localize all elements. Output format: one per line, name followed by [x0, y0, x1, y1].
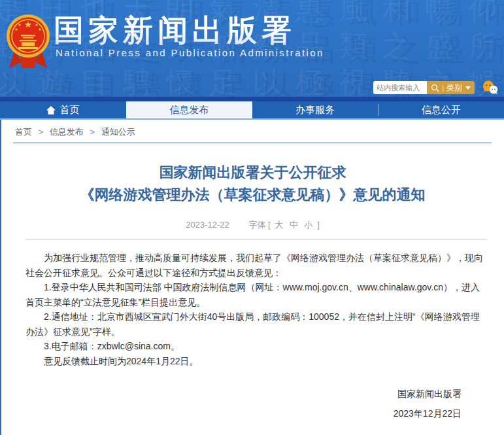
signature-date: 2023年12月22日	[1, 404, 462, 423]
home-icon	[46, 106, 56, 114]
svg-text:★: ★	[35, 23, 38, 27]
national-emblem-logo: ★ ★ ★ ★ ★	[5, 12, 51, 72]
paragraph: 2.通信地址：北京市西城区宣武门外大街40号出版局，邮政编码：100052，并在…	[25, 309, 487, 339]
site-search: | 类别	[373, 81, 475, 94]
nav-item-home[interactable]: 首页	[0, 101, 126, 118]
font-size-large-button[interactable]: 大	[275, 220, 283, 230]
chevron-down-icon[interactable]	[465, 86, 471, 90]
publish-date: 2023-12-22	[186, 220, 229, 230]
breadcrumb: 首页 > 信息发布 > 通知公示	[1, 120, 504, 143]
breadcrumb-info-release[interactable]: 信息发布	[50, 127, 84, 137]
breadcrumb-separator: >	[90, 127, 95, 137]
search-divider: |	[442, 84, 444, 92]
category-dropdown[interactable]: 类别	[446, 82, 462, 94]
site-title: 国家新闻出版署	[54, 10, 296, 51]
breadcrumb-notices[interactable]: 通知公示	[101, 127, 135, 137]
breadcrumb-home[interactable]: 首页	[15, 127, 32, 137]
nav-item-label: 办事服务	[295, 104, 335, 116]
paragraph: 3.电子邮箱：zxbwlc@sina.com。	[25, 339, 487, 354]
breadcrumb-separator: >	[39, 127, 44, 137]
paragraph: 1.登录中华人民共和国司法部 中国政府法制信息网（网址：www.moj.gov.…	[25, 280, 487, 309]
font-size-small-button[interactable]: 小	[305, 220, 313, 230]
content-area: 首页 > 信息发布 > 通知公示 国家新闻出版署关于公开征求 《网络游戏管理办法…	[0, 120, 504, 435]
header-divider-strip	[0, 97, 504, 101]
nav-item-info-disclosure[interactable]: 信息公开	[378, 101, 504, 118]
nav-item-info-release[interactable]: 信息发布	[126, 101, 252, 118]
signature-block: 国家新闻出版署 2023年12月22日	[1, 384, 504, 423]
nav-item-label: 信息公开	[422, 104, 461, 116]
article-title-line1: 国家新闻出版署关于公开征求	[1, 162, 504, 184]
nav-separator	[378, 104, 378, 116]
wechat-icon[interactable]	[482, 80, 499, 95]
font-size-medium-button[interactable]: 中	[290, 220, 298, 230]
article-title-line2: 《网络游戏管理办法（草案征求意见稿）》意见的通知	[1, 184, 504, 206]
article-body: 为加强行业规范管理，推动高质量可持续发展，我们起草了《网络游戏管理办法（草案征求…	[1, 240, 504, 368]
svg-text:★: ★	[14, 27, 18, 31]
search-controls: | 类别	[427, 81, 475, 94]
font-size-label: 字体	[248, 220, 265, 230]
bracket: [	[268, 220, 271, 230]
bracket: ]	[317, 220, 320, 230]
site-header: 是日也天朗氣清惠風和暢仰觀宇宙之大俯察品類之盛所以遊目騁懷足以極視聽之娛信可樂也…	[0, 0, 504, 97]
nav-item-services[interactable]: 办事服务	[252, 101, 378, 118]
article: 国家新闻出版署关于公开征求 《网络游戏管理办法（草案征求意见稿）》意见的通知 2…	[1, 162, 504, 435]
svg-text:★: ★	[38, 27, 41, 31]
svg-text:★: ★	[24, 20, 32, 29]
site-subtitle-english: National Press and Publication Administr…	[56, 47, 324, 58]
signature-org: 国家新闻出版署	[1, 384, 462, 404]
search-icon[interactable]	[431, 84, 439, 92]
nav-item-label: 首页	[59, 104, 79, 116]
article-meta: 2023-12-22 字体 [ 大 中 小 ]	[1, 219, 504, 231]
article-title: 国家新闻出版署关于公开征求 《网络游戏管理办法（草案征求意见稿）》意见的通知	[1, 162, 504, 206]
paragraph: 为加强行业规范管理，推动高质量可持续发展，我们起草了《网络游戏管理办法（草案征求…	[25, 251, 487, 280]
nav-item-label: 信息发布	[169, 104, 209, 116]
search-input[interactable]	[373, 81, 427, 94]
breadcrumb-divider	[13, 143, 492, 143]
paragraph: 意见反馈截止时间为2024年1月22日。	[25, 354, 487, 369]
svg-text:★: ★	[18, 23, 21, 27]
main-nav: 首页 信息发布 办事服务 信息公开	[0, 101, 504, 118]
page: 是日也天朗氣清惠風和暢仰觀宇宙之大俯察品類之盛所以遊目騁懷足以極視聽之娛信可樂也…	[0, 0, 504, 435]
